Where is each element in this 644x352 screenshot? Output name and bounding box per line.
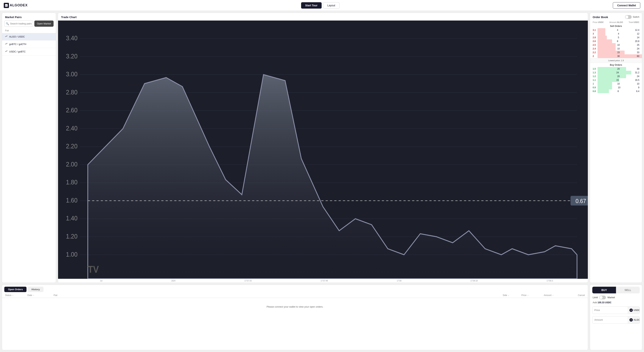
buy-sell-tabs: BUY SELL — [592, 287, 640, 294]
svg-text:0.67: 0.67 — [576, 198, 586, 204]
connect-wallet-button[interactable]: Connect Wallet — [613, 2, 640, 8]
layout-button[interactable]: Layout — [323, 2, 340, 8]
pair-item-usdc-gobtc[interactable]: USDC / goBTC — [2, 48, 56, 56]
chart-icon-1 — [5, 42, 8, 46]
orders-panel: Open Orders History Status ↕ Date ↑ Pair… — [2, 284, 588, 350]
toggle-track[interactable] — [625, 15, 632, 19]
svg-text:2.20: 2.20 — [66, 142, 78, 150]
sell-tab[interactable]: SELL — [616, 287, 640, 294]
main-grid: Market Pairs 🔍 Open Market Pair ​ ALGO /… — [0, 11, 644, 352]
orders-tab-row: Open Orders History — [2, 285, 588, 292]
trade-panel: BUY SELL Limit Market Avbl 105.33 USDC A… — [590, 284, 642, 350]
col-amount: Amount ↓ — [544, 294, 570, 296]
buy-order-0[interactable]: 1.52030 — [590, 67, 642, 71]
amount-suffix: A ALGO — [628, 316, 640, 324]
x-label-5: 17:58:18 — [470, 280, 478, 282]
sell-order-7[interactable]: 23060 — [590, 54, 642, 58]
lm-thumb — [600, 296, 602, 299]
limit-label: Limit — [593, 296, 598, 299]
logo-text: ALGODEX — [10, 3, 28, 7]
amount-input-row: A ALGO — [592, 316, 640, 324]
open-market-button[interactable]: Open Market — [34, 20, 54, 27]
buy-order-3[interactable]: 1.11516.5 — [590, 78, 642, 82]
pair-item-gobtc-goeth[interactable]: goBTC / goETH — [2, 40, 56, 48]
sell-order-2[interactable]: 2.8514 — [590, 36, 642, 40]
svg-text:2.00: 2.00 — [66, 160, 78, 168]
header-center: Start Tour Layout — [301, 2, 340, 8]
usdc-icon: A — [630, 308, 633, 312]
svg-text:3.00: 3.00 — [66, 70, 78, 78]
toggle-switch[interactable]: Switch — [625, 15, 639, 19]
buy-order-6[interactable]: 0.886.4 — [590, 90, 642, 93]
pair-item-label-1: goBTC / goETH — [9, 43, 26, 46]
svg-text:1.20: 1.20 — [66, 232, 78, 240]
svg-text:3.20: 3.20 — [66, 52, 78, 60]
col-date: Date ↑ — [28, 294, 54, 296]
col-cancel: Cancel — [570, 294, 585, 296]
chart-icon-0: ​ — [5, 35, 8, 38]
chart-x-axis: Jul 2024 17:57:33 17:57:48 17:58 17:58:1… — [58, 279, 588, 282]
col-status: Status ↕ — [5, 294, 28, 296]
lowest-price: Lowest price: 1.9 — [590, 58, 642, 63]
pair-item-label-2: USDC / goBTC — [9, 50, 26, 53]
sell-order-0[interactable]: 3.1412.4 — [590, 28, 642, 32]
x-label-1: 2024 — [171, 280, 176, 282]
sell-order-6[interactable]: 2.21533 — [590, 50, 642, 54]
svg-text:3.40: 3.40 — [66, 34, 78, 42]
buy-order-5[interactable]: 0.9109 — [590, 86, 642, 90]
pair-label: Pair — [2, 28, 56, 33]
svg-text:2.40: 2.40 — [66, 124, 78, 132]
buy-tab[interactable]: BUY — [592, 287, 616, 294]
svg-text:1.00: 1.00 — [66, 251, 78, 258]
ob-col-total: Total USDC — [629, 21, 639, 23]
order-book-header: Order Book Switch — [590, 13, 642, 20]
header: A ALGODEX Start Tour Layout Connect Wall… — [0, 0, 644, 11]
market-pairs-panel: Market Pairs 🔍 Open Market Pair ​ ALGO /… — [2, 13, 56, 283]
order-book-panel: Order Book Switch Price USDC Amount ALGO… — [590, 13, 642, 283]
x-label-2: 17:57:33 — [244, 280, 252, 282]
pair-item-algo-usdc[interactable]: ​ ALGO / USDC — [2, 33, 56, 40]
col-pair: Pair — [54, 294, 503, 296]
sell-order-5[interactable]: 2.41024 — [590, 47, 642, 50]
orders-table-header: Status ↕ Date ↑ Pair Side ↕ Price ↕ Amou… — [2, 292, 588, 298]
price-input[interactable] — [592, 307, 628, 313]
sell-order-4[interactable]: 2.51025 — [590, 43, 642, 47]
empty-orders-message: Please connect your wallet to view your … — [2, 298, 588, 316]
start-tour-button[interactable]: Start Tour — [301, 2, 322, 8]
chart-icon-2 — [5, 50, 8, 53]
amount-currency: ALGO — [634, 318, 640, 321]
svg-text:TV: TV — [88, 264, 99, 275]
x-label-6: 17:58:3: — [546, 280, 553, 282]
lm-track[interactable] — [599, 296, 606, 299]
sell-order-1[interactable]: 3412 — [590, 32, 642, 36]
buy-order-2[interactable]: 1.22024 — [590, 74, 642, 78]
history-tab[interactable]: History — [28, 287, 44, 292]
open-orders-tab[interactable]: Open Orders — [4, 287, 26, 292]
market-pairs-title: Market Pairs — [2, 13, 56, 20]
price-currency: USDC — [634, 309, 640, 312]
toggle-thumb — [625, 16, 628, 18]
ob-col-price: Price USDC — [593, 21, 604, 23]
buy-order-1[interactable]: 1.32431.2 — [590, 71, 642, 74]
trade-chart-title: Trade Chart — [58, 13, 588, 20]
ob-col-amount: Amount ALGO — [610, 21, 623, 23]
sell-order-3[interactable]: 2.6820.8 — [590, 40, 642, 43]
svg-text:1.60: 1.60 — [66, 196, 78, 204]
ob-col-headers: Price USDC Amount ALGO Total USDC — [590, 20, 642, 24]
amount-input[interactable] — [592, 317, 628, 323]
price-input-row: A USDC — [592, 306, 640, 314]
market-label: Market — [608, 296, 615, 299]
buy-order-4[interactable]: 11010 — [590, 82, 642, 86]
buy-orders-title: Buy Orders — [590, 63, 642, 67]
logo: A ALGODEX — [4, 3, 28, 8]
avbl-amount: 105.33 USDC — [598, 301, 611, 304]
limit-market-toggle[interactable] — [599, 296, 606, 299]
chart-area: 3.40 3.20 3.00 2.80 2.60 2.40 2.20 2.00 … — [58, 20, 588, 279]
search-wrap: 🔍 — [4, 20, 33, 27]
order-book-title: Order Book — [593, 16, 608, 19]
logo-icon: A — [4, 3, 9, 8]
svg-text:1.40: 1.40 — [66, 215, 78, 222]
search-row: 🔍 Open Market — [2, 20, 56, 28]
toggle-label: Switch — [633, 16, 639, 18]
pair-item-label-0: ALGO / USDC — [9, 35, 25, 38]
